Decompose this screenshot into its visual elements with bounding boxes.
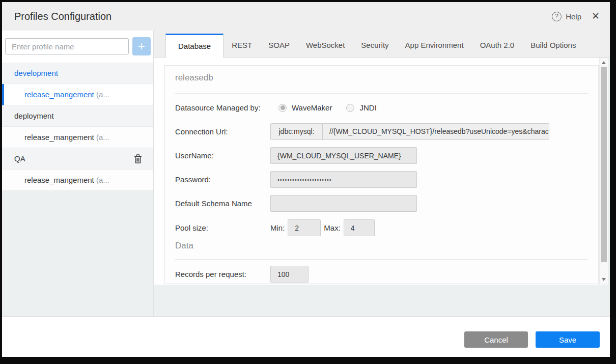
profile-name-input[interactable]: [5, 38, 129, 54]
pool-size-label: Pool size:: [175, 223, 270, 232]
tab-database[interactable]: Database: [165, 34, 223, 58]
datasource-row: Datasource Managed by: WaveMaker JNDI: [175, 99, 593, 116]
profile-item-suffix: (a...: [96, 133, 109, 142]
tab-security[interactable]: Security: [353, 34, 397, 57]
profile-item-suffix: (a...: [96, 90, 109, 99]
pool-min-input[interactable]: [288, 219, 321, 236]
connection-url-row: Connection Url: jdbc:mysql: //{WM_CLOUD_…: [175, 123, 593, 140]
radio-selected-dot: [281, 105, 285, 110]
sidebar-item-qa[interactable]: QA: [2, 148, 153, 170]
connection-url-input[interactable]: //{WM_CLOUD_MYSQL_HOST}/releasedb?useUni…: [322, 123, 549, 140]
username-label: UserName:: [175, 151, 270, 160]
password-row: Password:: [175, 171, 593, 188]
add-profile-button[interactable]: +: [132, 37, 151, 55]
records-label: Records per request:: [175, 270, 270, 278]
save-button[interactable]: Save: [536, 331, 600, 348]
wavemaker-radio-label: WaveMaker: [292, 103, 332, 112]
tab-app-environment[interactable]: App Environment: [397, 34, 472, 57]
datasource-radio-group: WaveMaker JNDI: [278, 103, 386, 112]
releasedb-form-card: releasedb Datasource Managed by: WaveMak…: [164, 65, 599, 284]
pool-max-label: Max:: [324, 223, 341, 232]
password-label: Password:: [175, 175, 270, 184]
wavemaker-radio[interactable]: [278, 104, 287, 112]
database-tab-panel: releasedb Datasource Managed by: WaveMak…: [154, 58, 608, 285]
content-scrollbar[interactable]: [599, 58, 608, 285]
section-divider: [175, 259, 588, 260]
pool-max-input[interactable]: [344, 219, 375, 236]
jdbc-prefix-box: jdbc:mysql:: [270, 123, 323, 140]
dialog-header: Profiles Configuration ? Help ✕: [2, 2, 610, 31]
schema-label: Default Schema Name: [175, 199, 270, 208]
profile-search-row: +: [2, 31, 153, 63]
profile-item-label: release_mangement: [24, 133, 96, 142]
section-title-data: Data: [175, 241, 193, 251]
profiles-configuration-dialog: Profiles Configuration ? Help ✕ + develo…: [2, 2, 610, 357]
help-question-icon: ?: [552, 12, 562, 21]
delete-profile-trash-icon[interactable]: [134, 154, 142, 163]
profile-group-label: deployment: [14, 111, 54, 120]
profile-group-label: development: [14, 69, 58, 77]
pool-min-label: Min:: [270, 223, 285, 232]
pool-size-row: Pool size: Min: Max:: [175, 219, 593, 236]
profile-item-label: release_mangement: [24, 90, 96, 99]
tab-rest[interactable]: REST: [223, 34, 260, 57]
section-title-releasedb: releasedb: [175, 73, 213, 83]
dialog-title: Profiles Configuration: [14, 2, 111, 31]
jndi-radio[interactable]: [346, 104, 354, 112]
sidebar-item-development[interactable]: development: [2, 63, 153, 84]
tab-websocket[interactable]: WebSocket: [298, 34, 353, 57]
records-per-request-row: Records per request:: [175, 266, 593, 283]
scroll-down-icon[interactable]: [600, 275, 608, 284]
datasource-label: Datasource Managed by:: [175, 103, 270, 112]
scroll-up-icon[interactable]: [600, 59, 608, 67]
tab-oauth[interactable]: OAuth 2.0: [472, 34, 523, 57]
profiles-sidebar: + development release_mangement (a... de…: [2, 31, 154, 316]
help-button[interactable]: ? Help: [552, 2, 581, 31]
sidebar-item-deployment[interactable]: deployment: [2, 105, 153, 127]
cancel-button[interactable]: Cancel: [464, 331, 528, 348]
sidebar-item-release-mangement-deploy[interactable]: release_mangement (a...: [2, 127, 153, 148]
tab-soap[interactable]: SOAP: [260, 34, 298, 57]
schema-row: Default Schema Name: [175, 195, 593, 212]
connection-url-label: Connection Url:: [175, 127, 270, 136]
sidebar-item-release-mangement-dev[interactable]: release_mangement (a...: [2, 84, 153, 105]
profile-item-label: release_mangement: [24, 176, 96, 184]
records-input[interactable]: [270, 266, 309, 283]
config-tabbar: Database REST SOAP WebSocket Security Ap…: [154, 31, 610, 58]
username-row: UserName:: [175, 147, 593, 164]
password-input[interactable]: [270, 171, 417, 188]
close-icon[interactable]: ✕: [590, 2, 602, 31]
help-label: Help: [566, 12, 581, 21]
username-input[interactable]: [270, 147, 417, 164]
tab-build-options[interactable]: Build Options: [522, 34, 584, 57]
dialog-footer: Cancel Save: [2, 316, 610, 357]
section-divider: [175, 93, 588, 94]
scrollbar-thumb[interactable]: [601, 67, 607, 262]
sidebar-item-release-mangement-qa[interactable]: release_mangement (a...: [2, 170, 153, 191]
schema-input[interactable]: [270, 195, 417, 212]
jndi-radio-label: JNDI: [359, 103, 376, 112]
profile-group-label: QA: [14, 154, 25, 163]
profile-item-suffix: (a...: [96, 176, 109, 184]
